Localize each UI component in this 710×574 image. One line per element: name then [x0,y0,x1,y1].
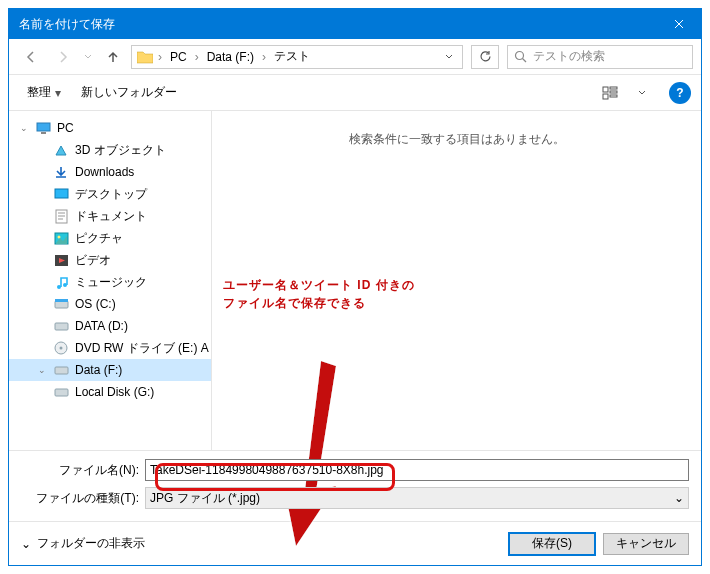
save-button[interactable]: 保存(S) [509,533,595,555]
filetype-label: ファイルの種類(T): [21,490,145,507]
organize-button[interactable]: 整理 ▾ [19,80,69,105]
svg-rect-16 [55,299,68,302]
tree-label: ミュージック [75,274,147,291]
cancel-button[interactable]: キャンセル [603,533,689,555]
svg-point-0 [516,52,524,60]
tree-label: ピクチャ [75,230,123,247]
tree-item-icon [53,252,69,268]
tree-item-icon [53,142,69,158]
tree-item-icon [53,208,69,224]
empty-message: 検索条件に一致する項目はありません。 [222,131,691,148]
tree-label: 3D オブジェクト [75,142,166,159]
tree-label: ビデオ [75,252,111,269]
tree-item-icon [53,362,69,378]
tree-item-icon [53,340,69,356]
new-folder-label: 新しいフォルダー [81,84,177,101]
tree-label: DVD RW ドライブ (E:) A [75,340,209,357]
tree-label: Downloads [75,165,134,179]
tree-label: OS (C:) [75,297,116,311]
toolbar: 整理 ▾ 新しいフォルダー ? [9,75,701,111]
tree-item[interactable]: DATA (D:) [9,315,211,337]
tree-item-pc[interactable]: ⌄ PC [9,117,211,139]
tree-item-icon [53,318,69,334]
tree-label: PC [57,121,74,135]
tree-item[interactable]: ⌄Data (F:) [9,359,211,381]
search-box[interactable]: テストの検索 [507,45,693,69]
filetype-combo[interactable]: JPG ファイル (*.jpg) ⌄ [145,487,689,509]
breadcrumb-item[interactable]: PC [166,50,191,64]
chevron-right-icon: › [260,50,268,64]
tree-item-icon [53,296,69,312]
back-button[interactable] [17,43,45,71]
address-dropdown[interactable] [440,54,458,59]
svg-rect-3 [610,91,617,93]
search-placeholder: テストの検索 [533,48,605,65]
history-dropdown[interactable] [81,43,95,71]
chevron-down-icon [84,54,92,59]
filetype-value: JPG ファイル (*.jpg) [150,490,260,507]
tree-item[interactable]: デスクトップ [9,183,211,205]
svg-rect-6 [37,123,50,131]
tree-item[interactable]: ドキュメント [9,205,211,227]
chevron-down-icon [445,54,453,59]
titlebar: 名前を付けて保存 [9,9,701,39]
main-area: ⌄ PC 3D オブジェクトDownloadsデスクトップドキュメントピクチャビ… [9,111,701,451]
forward-button[interactable] [49,43,77,71]
filename-row: ファイル名(N): [21,459,689,481]
tree-item-icon [53,274,69,290]
svg-rect-8 [55,189,68,198]
collapse-icon[interactable]: ⌄ [19,123,29,133]
breadcrumb-item[interactable]: Data (F:) [203,50,258,64]
up-button[interactable] [99,43,127,71]
svg-rect-2 [610,87,617,89]
tree-item[interactable]: 3D オブジェクト [9,139,211,161]
refresh-icon [479,50,492,63]
address-bar[interactable]: › PC › Data (F:) › テスト [131,45,463,69]
window-title: 名前を付けて保存 [19,16,115,33]
tree-item-icon [53,164,69,180]
tree-item[interactable]: ミュージック [9,271,211,293]
caret-down-icon: ▾ [55,86,61,100]
help-icon: ? [676,86,683,100]
folder-tree[interactable]: ⌄ PC 3D オブジェクトDownloadsデスクトップドキュメントピクチャビ… [9,111,212,450]
save-as-dialog: 名前を付けて保存 › PC › Data (F:) › テスト テストの検索 整… [8,8,702,566]
svg-rect-17 [55,323,68,330]
chevron-right-icon: › [156,50,164,64]
tree-item-icon [53,186,69,202]
arrow-right-icon [56,50,70,64]
tree-item[interactable]: ビデオ [9,249,211,271]
tree-label: Local Disk (G:) [75,385,154,399]
file-list-area: 検索条件に一致する項目はありません。 [212,111,701,450]
svg-point-19 [60,347,63,350]
new-folder-button[interactable]: 新しいフォルダー [73,80,185,105]
nav-row: › PC › Data (F:) › テスト テストの検索 [9,39,701,75]
breadcrumb-item[interactable]: テスト [270,48,314,65]
tiles-icon [602,86,618,100]
chevron-down-icon: ⌄ [674,491,684,505]
close-button[interactable] [656,9,701,39]
close-icon [674,19,684,29]
refresh-button[interactable] [471,45,499,69]
view-dropdown[interactable] [629,82,655,104]
tree-item-icon [53,384,69,400]
view-mode-button[interactable] [597,82,623,104]
filename-input[interactable] [145,459,689,481]
tree-item[interactable]: OS (C:) [9,293,211,315]
tree-item[interactable]: ピクチャ [9,227,211,249]
tree-label: Data (F:) [75,363,122,377]
tree-label: DATA (D:) [75,319,128,333]
tree-item[interactable]: Downloads [9,161,211,183]
tree-label: ドキュメント [75,208,147,225]
help-button[interactable]: ? [669,82,691,104]
search-icon [514,50,527,63]
hide-folders-label: フォルダーの非表示 [37,535,145,552]
tree-item[interactable]: Local Disk (G:) [9,381,211,403]
chevron-down-icon: ⌄ [21,537,31,551]
tree-item[interactable]: DVD RW ドライブ (E:) A [9,337,211,359]
action-row: ⌄ フォルダーの非表示 保存(S) キャンセル [9,521,701,565]
svg-rect-15 [55,301,68,308]
expand-icon[interactable]: ⌄ [37,365,47,375]
svg-rect-5 [610,95,617,97]
arrow-left-icon [24,50,38,64]
hide-folders-toggle[interactable]: ⌄ フォルダーの非表示 [21,535,145,552]
